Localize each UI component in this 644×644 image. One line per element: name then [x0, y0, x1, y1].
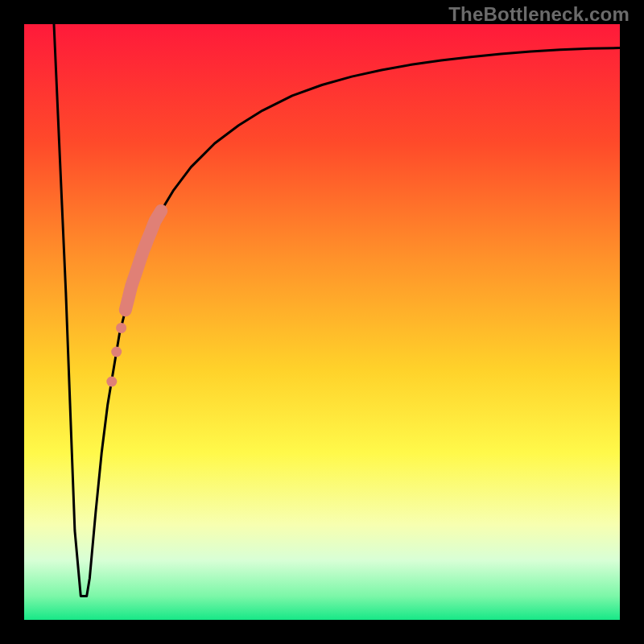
highlight-dot: [106, 377, 117, 387]
highlight-dot: [116, 323, 126, 333]
plot-background: [24, 24, 620, 620]
bottleneck-chart: [0, 0, 644, 644]
highlight-dot: [111, 347, 122, 357]
chart-frame: TheBottleneck.com: [0, 0, 644, 644]
